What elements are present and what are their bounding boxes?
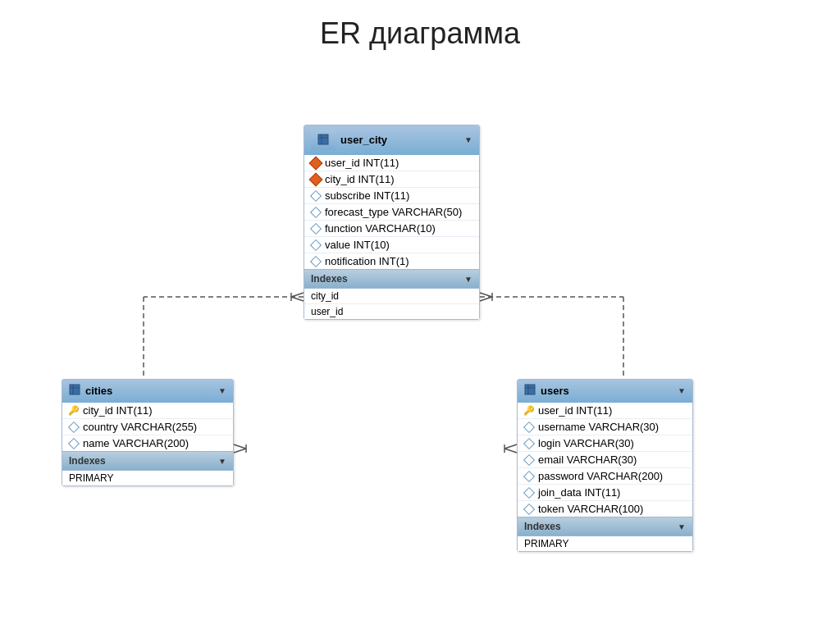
field-city-id: 🔑 city_id INT(11) — [62, 403, 233, 419]
cities-index-items: PRIMARY — [62, 471, 233, 485]
user-city-fields: user_id INT(11) city_id INT(11) subscrib… — [304, 155, 479, 269]
indexes-label: Indexes — [524, 521, 561, 532]
field-user-id: 🔑 user_id INT(11) — [518, 403, 692, 419]
field-name: name VARCHAR(200) — [62, 435, 233, 451]
svg-line-4 — [291, 297, 304, 301]
diamond-icon — [524, 488, 534, 498]
dropdown-arrow-icon[interactable]: ▼ — [678, 386, 686, 395]
dropdown-arrow-icon[interactable]: ▼ — [464, 135, 472, 144]
index-item: user_id — [304, 304, 479, 319]
field-city-id: city_id INT(11) — [304, 171, 479, 188]
table-user-city-header: user_city ▼ — [304, 125, 479, 155]
field-text: password VARCHAR(200) — [538, 470, 663, 482]
field-password: password VARCHAR(200) — [518, 468, 692, 485]
table-user-city: user_city ▼ user_id INT(11) city_id INT(… — [304, 125, 480, 320]
index-item: PRIMARY — [62, 471, 233, 485]
table-icon — [311, 130, 336, 150]
diamond-icon — [524, 422, 534, 432]
field-text: function VARCHAR(10) — [325, 222, 436, 235]
indexes-dropdown-icon[interactable]: ▼ — [464, 275, 472, 284]
field-notification: notification INT(1) — [304, 253, 479, 269]
diamond-icon — [69, 439, 79, 449]
table-cities-header: cities ▼ — [62, 380, 233, 403]
svg-line-7 — [234, 449, 246, 453]
field-text: username VARCHAR(30) — [538, 421, 659, 433]
indexes-label: Indexes — [311, 273, 348, 285]
field-text: name VARCHAR(200) — [83, 437, 189, 449]
diamond-icon — [311, 240, 321, 250]
svg-rect-21 — [70, 385, 80, 394]
users-indexes-header: Indexes ▼ — [518, 517, 692, 536]
field-token: token VARCHAR(100) — [518, 501, 692, 517]
table-icon — [69, 384, 80, 398]
field-login: login VARCHAR(30) — [518, 435, 692, 452]
field-subscribe: subscribe INT(11) — [304, 188, 479, 204]
table-name: user_city — [340, 134, 387, 146]
svg-line-12 — [480, 293, 492, 297]
field-forecast-type: forecast_type VARCHAR(50) — [304, 204, 479, 221]
field-text: token VARCHAR(100) — [538, 503, 643, 515]
table-name: cities — [85, 385, 112, 397]
pk-icon: 🔑 — [524, 406, 534, 416]
diamond-icon — [311, 257, 321, 267]
indexes-dropdown-icon[interactable]: ▼ — [678, 522, 686, 531]
table-icon — [524, 384, 536, 398]
user-city-indexes-header: Indexes ▼ — [304, 269, 479, 289]
field-text: email VARCHAR(30) — [538, 454, 637, 466]
field-user-id: user_id INT(11) — [304, 155, 479, 171]
svg-line-3 — [291, 293, 304, 297]
index-item: city_id — [304, 289, 479, 304]
users-index-items: PRIMARY — [518, 536, 692, 551]
field-text: subscribe INT(11) — [325, 189, 409, 202]
field-text: country VARCHAR(255) — [83, 421, 197, 433]
diamond-icon — [524, 439, 534, 449]
svg-line-6 — [234, 444, 246, 449]
table-cities: cities ▼ 🔑 city_id INT(11) country VARCH… — [62, 379, 234, 486]
field-function: function VARCHAR(10) — [304, 221, 479, 237]
field-text: login VARCHAR(30) — [538, 437, 634, 449]
svg-line-16 — [504, 449, 517, 453]
diamond-icon — [311, 224, 321, 234]
indexes-label: Indexes — [69, 455, 106, 467]
index-item: PRIMARY — [518, 536, 692, 551]
field-text: city_id INT(11) — [325, 173, 395, 185]
field-text: value INT(10) — [325, 239, 390, 251]
field-text: user_id INT(11) — [325, 157, 399, 169]
table-users: users ▼ 🔑 user_id INT(11) username VARCH… — [517, 379, 693, 552]
key-icon — [311, 175, 321, 185]
field-join-data: join_data INT(11) — [518, 485, 692, 501]
cities-indexes-header: Indexes ▼ — [62, 451, 233, 471]
svg-line-15 — [504, 444, 517, 449]
svg-rect-18 — [318, 134, 328, 144]
diamond-icon — [524, 455, 534, 465]
field-text: forecast_type VARCHAR(50) — [325, 206, 462, 218]
field-text: notification INT(1) — [325, 255, 409, 267]
field-text: city_id INT(11) — [83, 404, 153, 417]
diamond-icon — [524, 472, 534, 481]
field-country: country VARCHAR(255) — [62, 419, 233, 435]
diagram-area: user_city ▼ user_id INT(11) city_id INT(… — [0, 59, 840, 629]
cities-fields: 🔑 city_id INT(11) country VARCHAR(255) n… — [62, 403, 233, 451]
field-text: user_id INT(11) — [538, 404, 612, 417]
table-users-header: users ▼ — [518, 380, 692, 403]
svg-line-13 — [480, 297, 492, 301]
page-title: ER диаграмма — [0, 0, 840, 59]
diamond-icon — [311, 191, 321, 201]
field-username: username VARCHAR(30) — [518, 419, 692, 435]
key-icon — [311, 158, 321, 168]
field-value: value INT(10) — [304, 237, 479, 253]
field-text: join_data INT(11) — [538, 486, 620, 499]
field-email: email VARCHAR(30) — [518, 452, 692, 468]
indexes-dropdown-icon[interactable]: ▼ — [218, 457, 226, 466]
svg-rect-24 — [525, 385, 535, 394]
table-name: users — [541, 385, 569, 397]
user-city-index-items: city_id user_id — [304, 289, 479, 319]
pk-icon: 🔑 — [69, 406, 79, 416]
diamond-icon — [524, 504, 534, 514]
diamond-icon — [69, 422, 79, 432]
users-fields: 🔑 user_id INT(11) username VARCHAR(30) l… — [518, 403, 692, 517]
diamond-icon — [311, 207, 321, 217]
dropdown-arrow-icon[interactable]: ▼ — [218, 386, 226, 395]
